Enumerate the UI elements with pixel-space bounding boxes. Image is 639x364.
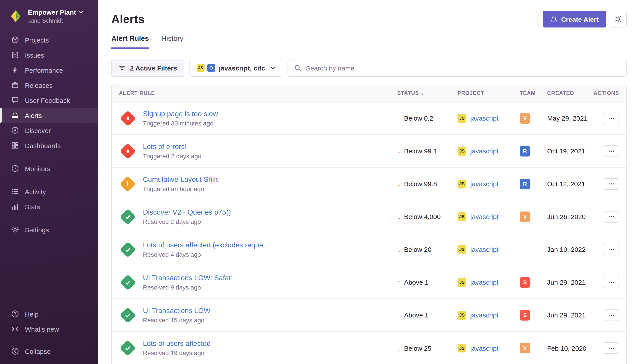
alert-rule-link[interactable]: Lots of users affected (excludes reque… [143,240,270,250]
project-link[interactable]: javascript [470,344,499,352]
column-header-status[interactable]: STATUS [397,90,458,96]
status-cell: Above 1 [397,311,458,319]
sidebar-item[interactable]: Projects [0,32,98,48]
team-avatar: S [520,310,530,320]
sidebar-item[interactable]: Dashboards [0,138,98,153]
alert-rule-text: Discover V2 - Queries p75() Resolved 2 d… [143,208,231,226]
search-input[interactable] [306,64,620,72]
team-avatar: V [520,113,530,124]
sidebar-item[interactable]: User Feedback [0,93,98,108]
sidebar-item-label: User Feedback [25,96,70,104]
sidebar-footer-label: What's new [25,325,59,333]
sidebar-footer-item[interactable]: Collapse [0,344,98,359]
sidebar-item[interactable]: Performance [0,62,98,78]
tab[interactable]: History [161,34,183,49]
project-link[interactable]: javascript [470,311,499,319]
active-filters-button[interactable]: 2 Active Filters [111,59,184,77]
table-row: Discover V2 - Queries p75() Resolved 2 d… [112,200,626,233]
actions-menu-button[interactable] [604,145,619,157]
alert-rule-cell: Signup page is too slow Triggered 30 min… [119,109,397,127]
alert-rule-link[interactable]: UI Transactions LOW: Safari [143,273,233,282]
actions-menu-button[interactable] [604,342,619,354]
column-header-alert-rule: ALERT RULE [119,90,397,96]
sidebar-item-icon [11,164,19,172]
check-icon [124,246,131,253]
header-actions: Create Alert [542,11,626,28]
status-cell: Below 0.2 [397,114,458,122]
actions-cell [595,244,619,255]
project-link[interactable]: javascript [470,213,499,220]
sidebar-item-icon [11,51,19,59]
status-threshold: Below 4,000 [404,213,441,220]
actions-menu-button[interactable] [604,276,619,288]
org-name: Empower Plant [28,8,76,16]
alert-status-icon [119,112,137,124]
sidebar-item[interactable]: Releases [0,78,98,93]
sidebar-footer-label: Help [25,310,39,318]
team-cell: - [520,246,547,253]
main-content: Alerts Create Alert Alert Rules History [98,0,639,364]
actions-menu-button[interactable] [604,112,619,124]
project-link[interactable]: javascript [470,114,499,122]
gear-icon [614,15,622,23]
alert-rule-link[interactable]: Lots of users affected [143,339,211,348]
actions-menu-button[interactable] [604,309,619,321]
alert-rule-cell: UI Transactions LOW Resolved 15 days ago [119,306,397,324]
sidebar-footer-item[interactable]: What's new [0,322,98,336]
sidebar-item[interactable]: Stats [0,199,98,214]
sidebar-item-label: Alerts [25,112,42,119]
project-link[interactable]: javascript [470,147,499,155]
ellipsis-icon [608,344,615,352]
project-cell: JS javascript [458,344,520,352]
alert-rule-cell: UI Transactions LOW: Safari Resolved 9 d… [119,273,397,291]
actions-cell [595,342,619,354]
alert-rule-link[interactable]: Lots of errors! [143,142,201,151]
sidebar-item[interactable]: Discover [0,123,98,138]
alert-rules-table: ALERT RULE STATUS PROJECT TEAM CREATED A… [111,84,626,364]
sidebar-item[interactable]: Monitors [0,161,98,176]
project-link[interactable]: javascript [470,180,499,188]
alert-rule-subtitle: Resolved 2 days ago [143,218,231,226]
project-cell: JS javascript [458,114,520,122]
sidebar-item[interactable]: Activity [0,184,98,199]
table-body: Signup page is too slow Triggered 30 min… [112,102,626,364]
sidebar-footer-icon [11,310,19,318]
sidebar-item[interactable]: Issues [0,48,98,62]
table-header: ALERT RULE STATUS PROJECT TEAM CREATED A… [112,84,626,102]
alert-rule-cell: Lots of users affected (excludes reque… … [119,240,397,258]
project-filter-dropdown[interactable]: JS javascript, cdc [189,59,282,77]
actions-cell [595,112,619,124]
sidebar-item-label: Performance [25,66,63,74]
actions-menu-button[interactable] [604,211,619,222]
alert-rule-subtitle: Resolved 19 days ago [143,349,211,357]
alert-rule-text: UI Transactions LOW Resolved 15 days ago [143,306,210,324]
actions-menu-button[interactable] [604,244,619,255]
alert-rule-link[interactable]: Cumulative Layout Shift [143,175,218,184]
sidebar-item[interactable]: Alerts [0,108,98,123]
sidebar-footer-label: Collapse [25,347,51,355]
project-link[interactable]: javascript [470,246,499,253]
alert-rule-subtitle: Resolved 9 days ago [143,284,233,291]
sidebar-footer-item[interactable]: Help [0,306,98,322]
sidebar-item-label: Discover [25,126,51,134]
project-link[interactable]: javascript [470,278,499,286]
alert-rule-link[interactable]: UI Transactions LOW [143,306,210,315]
team-cell: V [520,343,547,353]
create-alert-button[interactable]: Create Alert [542,11,606,28]
user-name: Jane Schmidt [28,17,84,24]
org-switcher[interactable]: Empower Plant Jane Schmidt [0,0,98,30]
exclamation-icon [127,180,129,187]
alert-rule-link[interactable]: Signup page is too slow [143,109,218,118]
sidebar-item[interactable]: Settings [0,222,98,237]
alerts-settings-button[interactable] [610,11,626,28]
tab[interactable]: Alert Rules [111,34,149,49]
team-avatar: V [520,211,530,222]
status-cell: Above 1 [397,278,458,286]
sidebar-item-icon [11,111,19,119]
status-cell: Below 99.8 [397,180,458,188]
alert-rule-link[interactable]: Discover V2 - Queries p75() [143,208,231,216]
column-header-status-label: STATUS [397,90,419,96]
actions-menu-button[interactable] [604,178,619,190]
sidebar-footer-icon [11,325,19,333]
project-cell: JS javascript [458,212,520,221]
